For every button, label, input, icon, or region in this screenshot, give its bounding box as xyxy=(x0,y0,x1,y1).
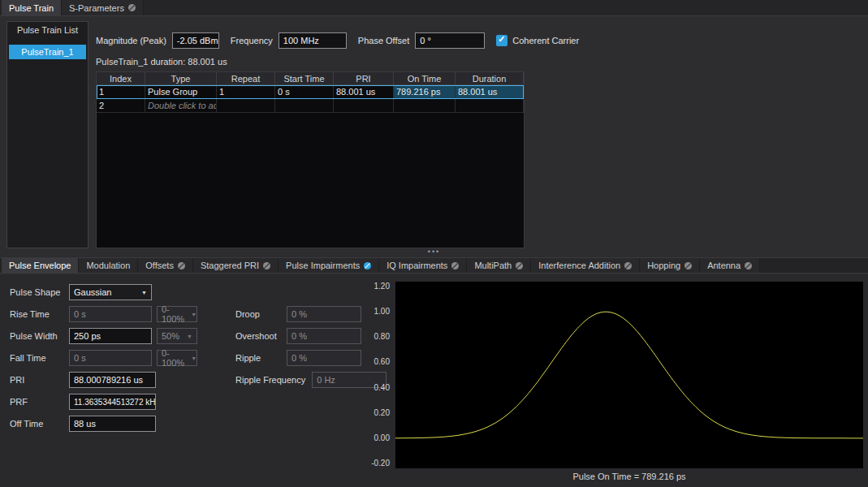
tab-label: Interference Addition xyxy=(538,261,620,270)
ripple-frequency-label: Ripple Frequency xyxy=(235,375,305,385)
overshoot-row: Overshoot 0 % xyxy=(235,328,361,344)
cell-start-time[interactable]: 0 s xyxy=(275,85,334,99)
frequency-label: Frequency xyxy=(231,36,273,45)
off-time-input[interactable]: 88 us xyxy=(69,416,156,432)
column-header[interactable]: PRI xyxy=(334,72,394,85)
duration-text: PulseTrain_1 duration: 88.001 us xyxy=(96,57,227,67)
rise-time-row: Rise Time 0 s 0-100% ▼ xyxy=(10,306,197,322)
tab-label: Pulse Train xyxy=(9,3,54,13)
pri-label: PRI xyxy=(10,375,65,385)
cell-duration[interactable]: 88.001 us xyxy=(456,85,524,99)
pulse-shape-row: Pulse Shape Gaussian ▼ xyxy=(10,284,152,300)
magnitude-input[interactable]: -2.05 dBm xyxy=(172,32,219,49)
fall-time-row: Fall Time 0 s 0-100% ▼ xyxy=(10,350,197,366)
column-header[interactable]: Start Time xyxy=(275,72,334,85)
cell-pri[interactable]: 88.001 us xyxy=(334,85,394,99)
rise-time-unit-select[interactable]: 0-100% ▼ xyxy=(157,306,197,322)
tab-pulse-envelope[interactable]: Pulse Envelope xyxy=(2,258,79,273)
column-header[interactable]: Type xyxy=(145,72,217,85)
pulse-train-list-title: Pulse Train List xyxy=(7,22,88,35)
tab-label: IQ Impairments xyxy=(386,261,447,270)
frequency-input[interactable]: 100 MHz xyxy=(279,32,347,49)
y-tick-label: 0.40 xyxy=(374,382,390,393)
cell-add-placeholder[interactable]: Double click to add xyxy=(145,99,217,113)
cell-on-time[interactable]: 789.216 ps xyxy=(394,85,456,99)
pulse-train-table: Index Type Repeat Start Time PRI On Time… xyxy=(96,71,525,248)
enabled-circle-icon xyxy=(364,262,371,269)
cell-duration[interactable] xyxy=(456,99,524,113)
tab-iq-impairments[interactable]: IQ Impairments xyxy=(379,258,467,273)
chevron-down-icon: ▼ xyxy=(191,312,196,317)
droop-row: Droop 0 % xyxy=(235,306,361,322)
tab-label: Offsets xyxy=(145,261,174,270)
chevron-down-icon: ▼ xyxy=(191,356,196,361)
rise-time-input[interactable]: 0 s xyxy=(69,306,152,322)
y-tick-label: 1.00 xyxy=(374,306,390,317)
table-row[interactable]: 1 Pulse Group 1 0 s 88.001 us 789.216 ps… xyxy=(97,85,524,99)
prf-label: PRF xyxy=(10,397,65,407)
pulse-width-input[interactable]: 250 ps xyxy=(69,328,152,344)
tab-pulse-impairments[interactable]: Pulse Impairments xyxy=(279,258,379,273)
ripple-row: Ripple 0 % xyxy=(235,350,361,366)
pulse-on-time-caption: Pulse On Time = 789.216 ps xyxy=(395,472,863,481)
cell-index[interactable]: 2 xyxy=(97,99,145,113)
tab-staggered-pri[interactable]: Staggered PRI xyxy=(193,258,279,273)
cell-type[interactable]: Pulse Group xyxy=(145,85,217,99)
droop-label: Droop xyxy=(235,309,280,319)
y-tick-label: 0.20 xyxy=(374,407,390,418)
cell-start-time[interactable] xyxy=(275,99,334,113)
coherent-carrier-label: Coherent Carrier xyxy=(512,36,579,45)
pulse-shape-value: Gaussian xyxy=(74,287,111,297)
tab-s-parameters[interactable]: S-Parameters xyxy=(62,0,144,15)
tab-pulse-train[interactable]: Pulse Train xyxy=(2,0,62,15)
fall-time-unit-value: 0-100% xyxy=(162,348,184,368)
pulse-shape-label: Pulse Shape xyxy=(10,287,65,297)
header-fields: Magnitude (Peak) -2.05 dBm Frequency 100… xyxy=(96,32,585,49)
top-tab-bar: Pulse Train S-Parameters xyxy=(0,0,868,16)
column-header[interactable]: On Time xyxy=(394,72,456,85)
disabled-circle-icon xyxy=(745,262,752,269)
pulse-width-label: Pulse Width xyxy=(10,331,65,341)
tab-interference-addition[interactable]: Interference Addition xyxy=(531,258,640,273)
tab-modulation[interactable]: Modulation xyxy=(79,258,138,273)
pulse-width-unit-select[interactable]: 50% ▼ xyxy=(157,328,197,344)
tab-label: Pulse Envelope xyxy=(9,261,71,270)
disabled-circle-icon xyxy=(624,262,632,269)
cell-repeat[interactable] xyxy=(217,99,275,113)
tab-label: S-Parameters xyxy=(69,3,124,13)
panel-splitter-handle[interactable]: ••• xyxy=(0,247,868,256)
pulse-shape-select[interactable]: Gaussian ▼ xyxy=(69,284,152,300)
disabled-circle-icon xyxy=(684,262,692,269)
pri-input[interactable]: 88.000789216 us xyxy=(69,372,156,388)
fall-time-input[interactable]: 0 s xyxy=(69,350,152,366)
tab-multipath[interactable]: MultiPath xyxy=(467,258,531,273)
prf-input[interactable]: 11.3635344513272 kHz xyxy=(69,394,156,410)
column-header[interactable]: Repeat xyxy=(217,72,275,85)
tab-offsets[interactable]: Offsets xyxy=(138,258,193,273)
tab-antenna[interactable]: Antenna xyxy=(700,258,760,273)
table-row[interactable]: 2 Double click to add xyxy=(97,99,524,113)
column-header[interactable]: Duration xyxy=(456,72,524,85)
phase-offset-input[interactable]: 0 ° xyxy=(415,32,485,49)
cell-index[interactable]: 1 xyxy=(97,85,145,99)
off-time-row: Off Time 88 us xyxy=(10,416,156,432)
pulse-envelope-plot xyxy=(395,282,863,468)
tab-label: Antenna xyxy=(707,261,741,270)
disabled-circle-icon xyxy=(451,262,459,269)
magnitude-label: Magnitude (Peak) xyxy=(96,36,166,45)
cell-repeat[interactable]: 1 xyxy=(217,85,275,99)
pulse-train-list-item[interactable]: PulseTrain_1 xyxy=(9,45,86,59)
cell-on-time[interactable] xyxy=(394,99,456,113)
phase-offset-label: Phase Offset xyxy=(358,36,409,45)
fall-time-unit-select[interactable]: 0-100% ▼ xyxy=(157,350,197,366)
overshoot-label: Overshoot xyxy=(235,331,280,341)
tab-hopping[interactable]: Hopping xyxy=(640,258,700,273)
pulse-envelope-panel: Pulse Shape Gaussian ▼ Rise Time 0 s 0-1… xyxy=(0,274,868,487)
tab-label: Hopping xyxy=(647,261,680,270)
ripple-label: Ripple xyxy=(235,353,280,363)
cell-pri[interactable] xyxy=(334,99,394,113)
coherent-carrier-checkbox[interactable] xyxy=(496,35,507,46)
table-header-row: Index Type Repeat Start Time PRI On Time… xyxy=(97,72,524,85)
disabled-circle-icon xyxy=(263,262,270,269)
column-header[interactable]: Index xyxy=(97,72,145,85)
